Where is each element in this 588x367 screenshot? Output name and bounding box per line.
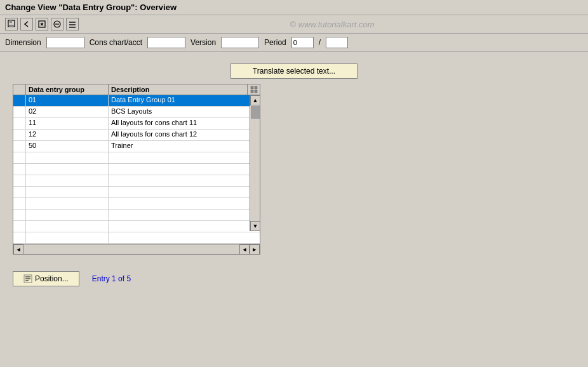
table-row[interactable]: 02 BCS Layouts — [13, 107, 260, 118]
hscroll-right-btns: ◄ ► — [239, 244, 260, 254]
table-row-empty — [13, 152, 260, 164]
position-icon — [23, 274, 32, 283]
cons-chart-input[interactable] — [147, 37, 185, 48]
table-row[interactable]: 50 Trainer — [13, 141, 260, 152]
table-header: Data entry group Description — [13, 84, 260, 95]
position-btn[interactable]: Position... — [13, 271, 79, 286]
scroll-down-btn[interactable]: ▼ — [250, 221, 260, 231]
cell-data-entry: 02 — [26, 107, 109, 117]
col-description-header: Description — [109, 84, 247, 95]
period-separator: / — [319, 38, 321, 47]
toolbar-extra-btn[interactable] — [66, 18, 79, 30]
table-row-empty — [13, 221, 260, 232]
horizontal-scrollbar[interactable]: ◄ ◄ ► — [13, 244, 260, 254]
toolbar-save-btn[interactable] — [5, 18, 18, 30]
cell-data-entry: 50 — [26, 141, 109, 152]
translate-btn[interactable]: Translate selected text... — [231, 63, 357, 79]
cell-data-entry: 01 — [26, 95, 109, 106]
footer-bar: Position... Entry 1 of 5 — [0, 266, 588, 291]
entry-text: Entry 1 of 5 — [92, 274, 131, 283]
col-icon-header[interactable] — [247, 84, 260, 95]
main-area: Translate selected text... Data entry gr… — [0, 52, 588, 266]
position-label: Position... — [35, 274, 69, 283]
cell-description: All layouts for cons chart 12 — [109, 130, 260, 140]
svg-rect-12 — [255, 86, 257, 89]
cell-data-entry: 12 — [26, 130, 109, 140]
hscroll-right-btn1[interactable]: ◄ — [239, 244, 250, 255]
table-row-empty — [13, 164, 260, 175]
table-row[interactable]: 12 All layouts for cons chart 12 — [13, 130, 260, 141]
toolbar-exit-btn[interactable] — [36, 18, 48, 30]
period-label: Period — [264, 38, 286, 47]
cell-description: Trainer — [109, 141, 260, 152]
version-label: Version — [190, 38, 216, 47]
data-table: Data entry group Description 01 Data Ent… — [13, 84, 260, 255]
table-row-empty — [13, 198, 260, 210]
title-text: Change View "Data Entry Group": Overview — [5, 3, 177, 12]
table-row-empty — [13, 232, 260, 244]
toolbar-cancel-btn[interactable] — [51, 18, 63, 30]
svg-rect-1 — [10, 20, 12, 23]
scroll-up-btn[interactable]: ▲ — [250, 95, 260, 105]
toolbar: © www.tutorialkart.com — [0, 15, 588, 34]
table-row-empty — [13, 187, 260, 198]
cell-data-entry: 11 — [26, 118, 109, 129]
period-input2[interactable] — [326, 37, 348, 48]
col-rownum-header — [13, 84, 26, 95]
filter-bar: Dimension Cons chart/acct Version Period… — [0, 34, 588, 52]
svg-rect-10 — [69, 27, 76, 28]
cell-description: BCS Layouts — [109, 107, 260, 117]
svg-rect-9 — [69, 24, 76, 25]
svg-rect-13 — [251, 90, 253, 93]
toolbar-back-btn[interactable] — [20, 18, 33, 30]
watermark: © www.tutorialkart.com — [81, 20, 583, 29]
hscroll-track — [23, 244, 239, 254]
version-input[interactable] — [221, 37, 259, 48]
svg-rect-2 — [9, 25, 14, 27]
cell-description: Data Entry Group 01 — [109, 95, 260, 106]
svg-rect-11 — [251, 86, 253, 89]
vertical-scrollbar[interactable]: ▲ ▼ — [250, 95, 260, 231]
table-row[interactable]: 11 All layouts for cons chart 11 — [13, 118, 260, 130]
table-row-empty — [13, 210, 260, 221]
cons-chart-label: Cons chart/acct — [90, 38, 142, 47]
svg-rect-8 — [69, 22, 76, 23]
scroll-thumb[interactable] — [251, 106, 260, 119]
svg-rect-14 — [255, 90, 257, 93]
cell-description: All layouts for cons chart 11 — [109, 118, 260, 129]
table-row-empty — [13, 175, 260, 187]
dimension-input[interactable] — [46, 37, 84, 48]
title-bar: Change View "Data Entry Group": Overview — [0, 0, 588, 15]
dimension-label: Dimension — [5, 38, 41, 47]
table-row[interactable]: 01 Data Entry Group 01 — [13, 95, 260, 107]
hscroll-right-btn2[interactable]: ► — [250, 244, 260, 255]
col-data-entry-header: Data entry group — [26, 84, 109, 95]
period-input[interactable] — [291, 37, 314, 48]
hscroll-left-btn[interactable]: ◄ — [13, 244, 23, 255]
scroll-track — [250, 105, 260, 221]
